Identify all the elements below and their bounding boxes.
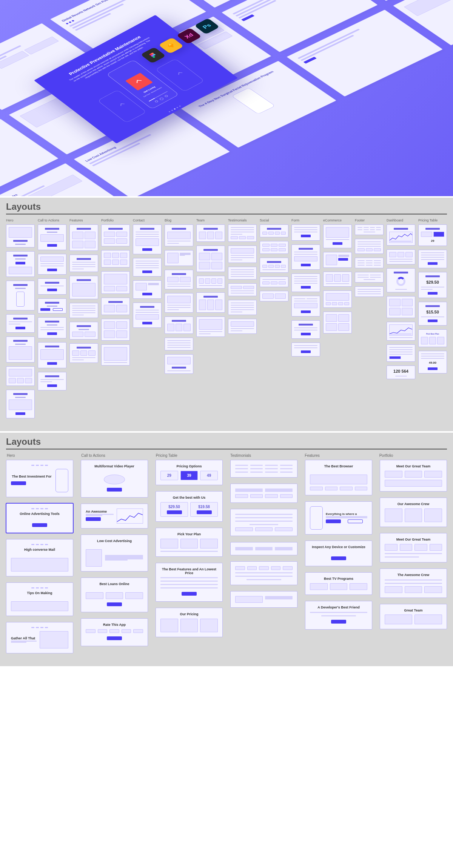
layout-thumb[interactable]: [291, 320, 320, 339]
layout-thumb[interactable]: [387, 224, 415, 246]
layout-thumb[interactable]: [6, 314, 35, 333]
layout-card[interactable]: Meet Our Great Team: [380, 460, 447, 492]
layout-thumb[interactable]: [323, 272, 352, 287]
layout-thumb[interactable]: [323, 224, 352, 248]
layout-thumb[interactable]: [101, 319, 130, 341]
layout-thumb[interactable]: [165, 293, 193, 313]
layout-thumb[interactable]: 120 564: [387, 366, 415, 379]
layout-thumb[interactable]: [387, 268, 415, 292]
layout-thumb[interactable]: [101, 271, 130, 294]
layout-thumb[interactable]: [38, 224, 66, 250]
layout-card[interactable]: Inspect Any Device or Customize: [305, 541, 372, 566]
layout-thumb[interactable]: [38, 254, 66, 275]
layout-thumb[interactable]: $29.50: [418, 272, 447, 298]
layout-thumb[interactable]: [6, 251, 35, 277]
layout-thumb[interactable]: [355, 224, 384, 235]
layout-thumb[interactable]: [291, 273, 320, 292]
layout-thumb[interactable]: [38, 278, 66, 295]
layout-thumb[interactable]: [323, 290, 352, 308]
layout-thumb[interactable]: [291, 343, 320, 356]
layout-card[interactable]: Low Cost Advertising: [81, 535, 148, 571]
layout-card[interactable]: Get the best with Us$29.50$19.58: [156, 491, 223, 522]
layout-thumb[interactable]: [228, 224, 257, 242]
layout-thumb[interactable]: 49.00: [418, 351, 447, 373]
layout-thumb[interactable]: [101, 224, 130, 246]
layout-card[interactable]: Everything is where a: [305, 501, 372, 535]
layout-thumb[interactable]: [69, 343, 98, 363]
layout-thumb[interactable]: Pick Best Plan: [418, 329, 447, 347]
layout-thumb[interactable]: [355, 239, 384, 254]
layout-card[interactable]: Tips On Making: [6, 582, 73, 616]
layout-thumb[interactable]: [228, 267, 257, 280]
layout-thumb[interactable]: [260, 224, 288, 237]
layout-thumb[interactable]: [133, 280, 162, 299]
layout-card[interactable]: [230, 484, 297, 503]
layout-thumb[interactable]: [165, 224, 193, 246]
layout-thumb[interactable]: [196, 224, 225, 242]
layout-thumb[interactable]: [196, 276, 225, 289]
layout-thumb[interactable]: [355, 272, 384, 283]
layout-thumb[interactable]: [196, 246, 225, 272]
layout-card[interactable]: The Best Browser: [305, 460, 372, 495]
layout-thumb[interactable]: [355, 258, 384, 268]
layout-card[interactable]: The Best Features and An Lowest Price: [156, 563, 223, 602]
layout-thumb[interactable]: [69, 224, 98, 251]
layout-card[interactable]: High converse Mail: [6, 539, 73, 576]
layout-thumb[interactable]: [260, 258, 288, 273]
layout-thumb[interactable]: [38, 342, 66, 368]
layout-thumb[interactable]: [165, 338, 193, 350]
layout-thumb[interactable]: [387, 249, 415, 264]
layout-thumb[interactable]: [291, 224, 320, 241]
layout-thumb[interactable]: [69, 276, 98, 299]
layout-thumb[interactable]: $15.50: [418, 302, 447, 326]
layout-card[interactable]: [230, 460, 297, 478]
layout-thumb[interactable]: [260, 291, 288, 301]
layout-thumb[interactable]: [196, 316, 225, 337]
layout-thumb[interactable]: 29: [418, 224, 447, 246]
layout-thumb[interactable]: [69, 303, 98, 318]
layout-thumb[interactable]: [6, 224, 35, 247]
layout-card[interactable]: Online Advertising Tools: [6, 503, 73, 533]
layout-thumb[interactable]: [165, 250, 193, 266]
layout-thumb[interactable]: [133, 258, 162, 277]
layout-thumb[interactable]: [291, 244, 320, 270]
layout-thumb[interactable]: [291, 296, 320, 316]
layout-thumb[interactable]: [101, 250, 130, 267]
layout-thumb[interactable]: [228, 283, 257, 296]
layout-card[interactable]: [230, 542, 297, 555]
layout-thumb[interactable]: [323, 252, 352, 268]
layout-thumb[interactable]: [418, 250, 447, 268]
layout-thumb[interactable]: [6, 336, 35, 363]
layout-thumb[interactable]: [260, 277, 288, 287]
layout-card[interactable]: Best TV Programs: [305, 572, 372, 595]
layout-card[interactable]: [230, 561, 297, 585]
layout-card[interactable]: The Awesome Crew: [380, 568, 447, 598]
layout-thumb[interactable]: [165, 270, 193, 289]
layout-thumb[interactable]: [133, 303, 162, 328]
layout-card[interactable]: [230, 509, 297, 536]
layout-thumb[interactable]: [133, 224, 162, 254]
layout-thumb[interactable]: [165, 316, 193, 334]
layout-card[interactable]: Our Pricing: [156, 608, 223, 637]
layout-thumb[interactable]: [228, 300, 257, 315]
layout-card[interactable]: Pricing Options293949: [156, 460, 223, 485]
layout-card[interactable]: The Best Investment For: [6, 460, 73, 497]
layout-card[interactable]: Meet Our Great Team: [380, 533, 447, 562]
layout-card[interactable]: Our Awesome Crew: [380, 498, 447, 527]
layout-thumb[interactable]: [6, 281, 35, 310]
layout-card[interactable]: [230, 591, 297, 608]
layout-thumb[interactable]: [387, 322, 415, 341]
layout-thumb[interactable]: [387, 344, 415, 362]
layout-thumb[interactable]: [101, 344, 130, 366]
layout-thumb[interactable]: [387, 296, 415, 318]
layout-card[interactable]: Great Team: [380, 604, 447, 630]
layout-card[interactable]: Multiformat Video Player: [81, 460, 148, 498]
layout-thumb[interactable]: [228, 246, 257, 263]
layout-card[interactable]: An Awesome: [81, 504, 148, 528]
layout-card[interactable]: Gather All That: [6, 622, 73, 653]
layout-card[interactable]: Best Loans Online: [81, 578, 148, 612]
layout-thumb[interactable]: [69, 255, 98, 272]
layout-thumb[interactable]: [165, 354, 193, 374]
layout-thumb[interactable]: [6, 366, 35, 386]
layout-card[interactable]: Pick Your Plan: [156, 528, 223, 557]
